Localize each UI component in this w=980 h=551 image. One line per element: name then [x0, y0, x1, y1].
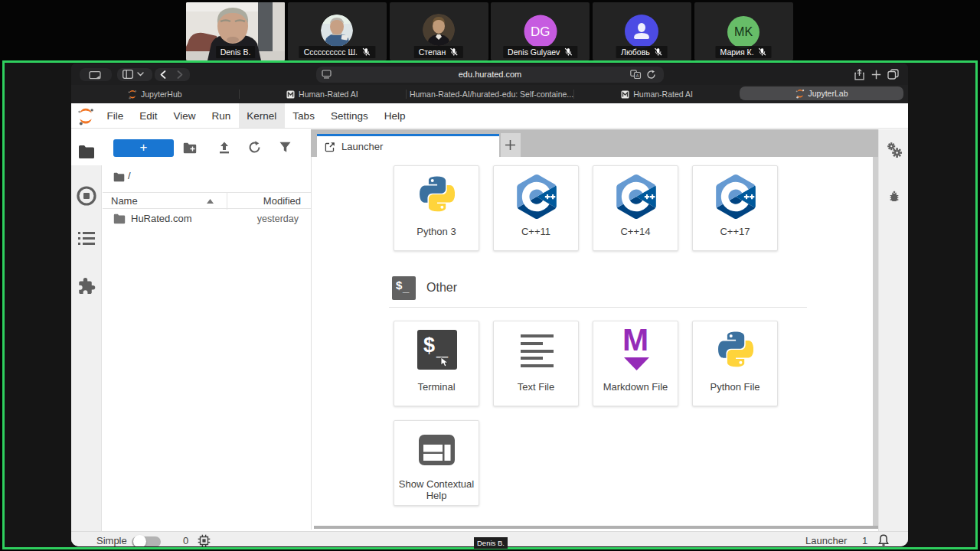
- svg-text:A: A: [635, 73, 639, 78]
